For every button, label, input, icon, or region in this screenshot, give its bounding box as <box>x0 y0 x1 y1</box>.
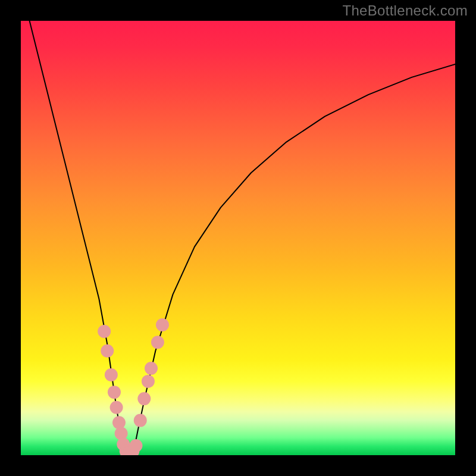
right-branch-dots-dot <box>156 318 169 331</box>
plot-area <box>21 21 455 455</box>
data-point-markers <box>98 318 169 455</box>
chart-svg <box>21 21 455 455</box>
chart-frame: TheBottleneck.com <box>0 0 476 476</box>
left-branch-dots-dot <box>101 345 114 358</box>
right-branch-dots-dot <box>134 414 147 427</box>
left-branch-dots-dot <box>115 427 128 440</box>
bottleneck-curve-path <box>30 21 455 453</box>
left-branch-dots-dot <box>105 368 118 381</box>
watermark-text: TheBottleneck.com <box>342 2 468 19</box>
right-branch-dots-dot <box>151 336 164 349</box>
left-branch-dots-dot <box>110 401 123 414</box>
right-branch-dots-dot <box>137 392 151 405</box>
left-branch-dots-dot <box>112 416 126 429</box>
bottom-dots-dot <box>129 439 142 452</box>
bottleneck-curve <box>30 21 455 453</box>
right-branch-dots-dot <box>145 362 158 375</box>
left-branch-dots-dot <box>98 325 111 338</box>
right-branch-dots-dot <box>142 375 155 388</box>
left-branch-dots-dot <box>108 386 121 399</box>
